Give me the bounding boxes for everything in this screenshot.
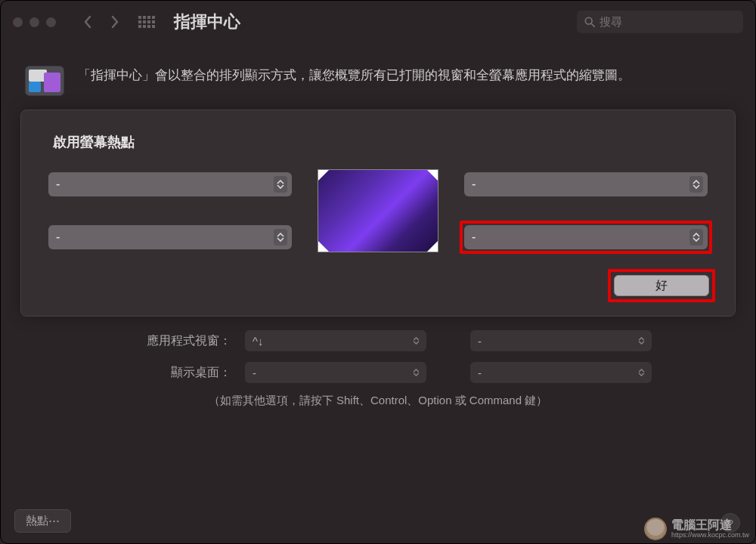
watermark-line2: https://www.kocpc.com.tw	[671, 532, 749, 539]
back-button[interactable]	[77, 11, 98, 32]
modifier-hint: （如需其他選項，請按下 Shift、Control、Option 或 Comma…	[39, 394, 717, 408]
corner-top-right: -	[464, 172, 708, 196]
shortcut-mouse-select[interactable]: -	[470, 330, 652, 351]
chevron-up-down-icon	[410, 365, 422, 380]
corner-bottom-right-value: -	[472, 230, 476, 244]
chevron-up-down-icon	[635, 365, 647, 380]
chevron-up-down-icon	[689, 176, 703, 193]
corner-top-left: -	[48, 172, 292, 196]
shortcut-key-select[interactable]: ^↓	[245, 330, 426, 351]
corner-marker-tl	[318, 170, 329, 181]
corner-marker-bl	[318, 241, 329, 252]
ok-button[interactable]: 好	[614, 275, 709, 296]
corner-marker-tr	[427, 170, 438, 181]
chevron-up-down-icon	[410, 333, 422, 348]
search-placeholder: 搜尋	[600, 15, 622, 29]
watermark-line1: 電腦王阿達	[671, 518, 749, 532]
watermark-text: 電腦王阿達 https://www.kocpc.com.tw	[671, 518, 749, 539]
watermark: 電腦王阿達 https://www.kocpc.com.tw	[644, 518, 749, 540]
description-text: 「指揮中心」會以整合的排列顯示方式，讓您概覽所有已打開的視窗和全螢幕應用程式的縮…	[78, 66, 631, 96]
window-title: 指揮中心	[174, 11, 240, 33]
show-all-button[interactable]	[136, 11, 157, 32]
mission-control-icon	[25, 66, 64, 96]
chevron-up-down-icon	[274, 176, 287, 193]
shortcut-key-value: ^↓	[253, 335, 264, 348]
corner-top-left-value: -	[56, 178, 60, 191]
chevron-up-down-icon	[689, 229, 703, 246]
search-icon	[584, 17, 595, 27]
shortcut-mouse-select[interactable]: -	[470, 362, 652, 383]
preferences-window: 指揮中心 搜尋 「指揮中心」會以整合的排列顯示方式，讓您概覽所有已打開的視窗和全…	[0, 0, 756, 544]
shortcut-label: 顯示桌面：	[39, 365, 231, 381]
shortcut-label: 應用程式視窗：	[39, 333, 231, 349]
svg-line-1	[591, 23, 594, 26]
hot-corners-sheet: 啟用螢幕熱點 -	[20, 110, 736, 317]
corner-top-left-select[interactable]: -	[48, 172, 292, 196]
corner-top-right-value: -	[472, 178, 476, 191]
shortcut-mouse-value: -	[478, 335, 482, 348]
minimize-window-button[interactable]	[29, 17, 39, 27]
corner-bottom-left-value: -	[56, 230, 60, 244]
corner-bottom-right-select[interactable]: -	[464, 225, 708, 249]
chevron-up-down-icon	[274, 229, 287, 246]
shortcut-key-select[interactable]: -	[245, 362, 426, 383]
corner-top-right-select[interactable]: -	[464, 172, 708, 196]
window-footer: 熱點⋯	[14, 509, 71, 533]
corner-bottom-left: -	[48, 225, 292, 249]
grid-icon	[138, 16, 155, 28]
hot-corners-button[interactable]: 熱點⋯	[14, 509, 71, 533]
hot-corners-grid: - -	[44, 169, 712, 252]
corner-bottom-right: -	[464, 225, 708, 249]
corner-marker-br	[427, 241, 438, 252]
shortcut-row-show-desktop: 顯示桌面： - -	[39, 362, 717, 383]
shortcut-key-value: -	[253, 366, 256, 379]
watermark-avatar-icon	[644, 518, 667, 540]
shortcut-mouse-value: -	[478, 366, 482, 379]
zoom-window-button[interactable]	[46, 17, 56, 27]
corner-bottom-left-select[interactable]: -	[48, 225, 292, 249]
sheet-title: 啟用螢幕熱點	[53, 133, 712, 151]
screen-preview	[318, 169, 438, 252]
close-window-button[interactable]	[13, 17, 23, 27]
forward-button[interactable]	[104, 11, 125, 32]
content-area: 「指揮中心」會以整合的排列顯示方式，讓您概覽所有已打開的視窗和全螢幕應用程式的縮…	[1, 43, 755, 416]
description-row: 「指揮中心」會以整合的排列顯示方式，讓您概覽所有已打開的視窗和全螢幕應用程式的縮…	[25, 66, 731, 96]
hot-corners-button-label: 熱點⋯	[26, 514, 60, 527]
search-field[interactable]: 搜尋	[577, 11, 743, 33]
chevron-up-down-icon	[635, 333, 647, 348]
shortcut-section: 應用程式視窗： ^↓ - 顯示桌	[16, 330, 740, 408]
sheet-footer: 好	[44, 272, 712, 299]
shortcut-row-app-windows: 應用程式視窗： ^↓ -	[39, 330, 717, 351]
ok-button-wrap: 好	[611, 272, 712, 299]
window-controls	[13, 17, 56, 27]
toolbar: 指揮中心 搜尋	[1, 1, 755, 43]
ok-button-label: 好	[655, 278, 668, 294]
